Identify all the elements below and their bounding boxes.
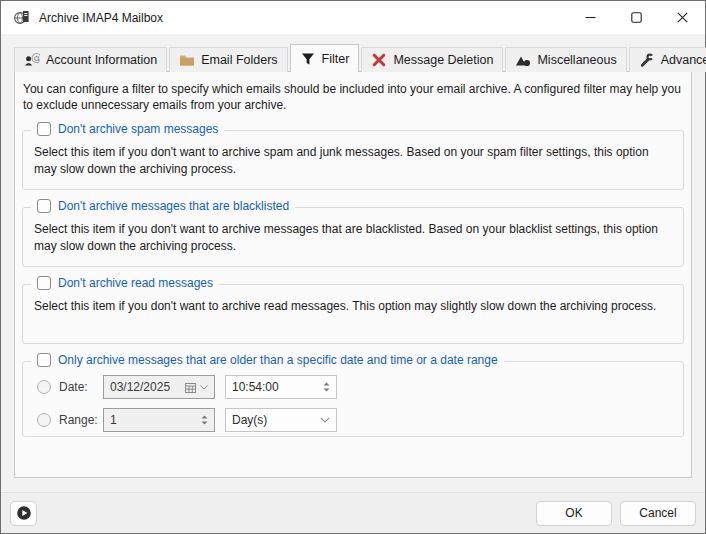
red-x-icon [371, 52, 387, 68]
play-icon [16, 505, 32, 521]
tab-label: Miscellaneous [537, 53, 616, 67]
folder-icon [179, 52, 195, 68]
tab-advanced[interactable]: Advanced [629, 47, 706, 72]
time-spinner-buttons[interactable] [323, 382, 330, 392]
close-button[interactable] [659, 1, 705, 34]
tab-label: Filter [322, 52, 350, 66]
filter-intro-text: You can configure a filter to specify wh… [22, 81, 684, 113]
range-radio-label: Range: [59, 413, 103, 427]
group-header: Only archive messages that are older tha… [31, 353, 504, 367]
checkbox-label[interactable]: Don't archive messages that are blacklis… [58, 199, 289, 213]
group-description: Select this item if you don't want to ar… [34, 298, 672, 315]
tab-filter[interactable]: Filter [290, 44, 360, 72]
date-row: Date: 03/12/2025 [37, 375, 672, 399]
time-spinner-field[interactable]: 10:54:00 [225, 375, 337, 399]
date-value: 03/12/2025 [110, 380, 185, 394]
shapes-icon [515, 52, 531, 68]
ok-button[interactable]: OK [536, 501, 612, 526]
filter-tab-panel: You can configure a filter to specify wh… [14, 71, 692, 478]
tab-label: Message Deletion [393, 53, 493, 67]
account-at-icon: @ [24, 52, 40, 68]
cancel-button[interactable]: Cancel [620, 501, 696, 526]
chevron-down-icon [320, 417, 330, 423]
spinner-down-icon [323, 388, 330, 392]
tab-label: Account Information [46, 53, 157, 67]
tab-account-information[interactable]: @ Account Information [14, 47, 167, 72]
date-picker-field[interactable]: 03/12/2025 [103, 375, 215, 399]
tab-label: Email Folders [201, 53, 277, 67]
window-controls [567, 1, 705, 34]
wrench-icon [639, 52, 655, 68]
group-dont-archive-read: Don't archive read messages Select this … [22, 284, 684, 344]
range-unit-select[interactable]: Day(s) [225, 408, 337, 432]
app-icon [13, 9, 30, 26]
range-spinner-buttons[interactable] [201, 415, 208, 425]
dont-archive-spam-checkbox[interactable] [37, 122, 51, 136]
date-radio-label: Date: [59, 380, 103, 394]
range-radio[interactable] [37, 413, 51, 427]
checkbox-label[interactable]: Don't archive spam messages [58, 122, 218, 136]
group-header: Don't archive read messages [31, 276, 219, 290]
group-only-archive-older: Only archive messages that are older tha… [22, 361, 684, 437]
tab-email-folders[interactable]: Email Folders [169, 47, 287, 72]
group-header: Don't archive spam messages [31, 122, 224, 136]
minimize-button[interactable] [567, 1, 613, 34]
group-description: Select this item if you don't want to ar… [34, 144, 672, 177]
date-radio[interactable] [37, 380, 51, 394]
spinner-up-icon [201, 415, 208, 419]
date-picker-controls [185, 382, 208, 393]
dont-archive-blacklisted-checkbox[interactable] [37, 199, 51, 213]
run-archive-button[interactable] [10, 501, 37, 526]
chevron-down-icon [200, 385, 208, 390]
checkbox-label[interactable]: Don't archive read messages [58, 276, 213, 290]
group-dont-archive-blacklisted: Don't archive messages that are blacklis… [22, 207, 684, 267]
spinner-up-icon [323, 382, 330, 386]
group-description: Select this item if you don't want to ar… [34, 221, 672, 254]
svg-text:@: @ [31, 52, 40, 64]
title-bar: Archive IMAP4 Mailbox [1, 1, 705, 34]
tab-miscellaneous[interactable]: Miscellaneous [505, 47, 626, 72]
range-unit-value: Day(s) [232, 413, 320, 427]
button-bar: OK Cancel [1, 492, 705, 533]
group-dont-archive-spam: Don't archive spam messages Select this … [22, 130, 684, 190]
checkbox-label[interactable]: Only archive messages that are older tha… [58, 353, 498, 367]
time-value: 10:54:00 [232, 380, 323, 394]
maximize-button[interactable] [613, 1, 659, 34]
archive-imap4-mailbox-dialog: Archive IMAP4 Mailbox @ Account In [0, 0, 706, 534]
group-header: Don't archive messages that are blacklis… [31, 199, 295, 213]
window-title: Archive IMAP4 Mailbox [39, 11, 163, 25]
only-archive-older-checkbox[interactable] [37, 353, 51, 367]
tab-message-deletion[interactable]: Message Deletion [361, 47, 503, 72]
funnel-icon [300, 51, 316, 67]
tab-strip: @ Account Information Email Folders Filt… [14, 43, 692, 71]
tab-label: Advanced [661, 53, 706, 67]
dialog-body: @ Account Information Email Folders Filt… [1, 34, 705, 492]
range-row: Range: 1 Day(s) [37, 408, 672, 432]
range-value: 1 [110, 413, 201, 427]
range-number-field[interactable]: 1 [103, 408, 215, 432]
calendar-icon [185, 382, 196, 393]
spinner-down-icon [201, 421, 208, 425]
dont-archive-read-checkbox[interactable] [37, 276, 51, 290]
